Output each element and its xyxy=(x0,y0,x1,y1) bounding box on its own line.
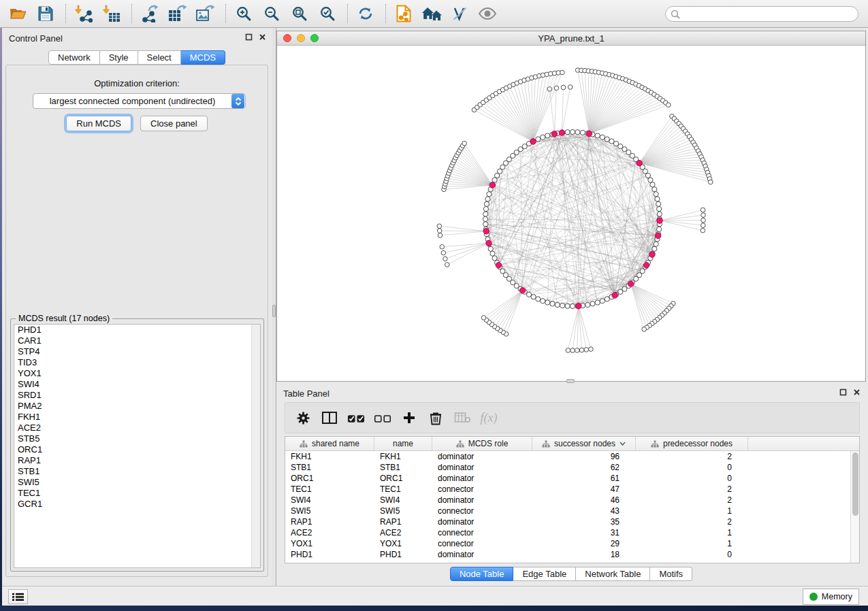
column-header-MCDS-role[interactable]: MCDS role xyxy=(432,437,532,450)
table-row[interactable]: RAP1RAP1dominator352 xyxy=(285,516,850,527)
graph-node[interactable] xyxy=(437,229,442,233)
table-cell[interactable]: PHD1 xyxy=(285,550,374,559)
table-cell[interactable]: dominator xyxy=(432,474,532,483)
graph-node[interactable] xyxy=(637,161,642,166)
zoom-fit-icon[interactable] xyxy=(289,3,310,24)
table-cell[interactable]: 0 xyxy=(636,463,748,472)
graph-node[interactable] xyxy=(484,201,489,206)
table-cell[interactable]: 29 xyxy=(532,539,636,548)
column-header-successor-nodes[interactable]: successor nodes xyxy=(532,437,636,450)
graph-node[interactable] xyxy=(643,263,649,268)
graph-node[interactable] xyxy=(566,348,570,353)
graph-node[interactable] xyxy=(655,233,660,238)
mcds-result-item[interactable]: STP4 xyxy=(14,346,260,357)
table-cell[interactable]: 2 xyxy=(636,452,748,461)
list-button[interactable] xyxy=(8,589,28,604)
graph-node[interactable] xyxy=(486,240,492,246)
run-mcds-button[interactable]: Run MCDS xyxy=(66,116,131,131)
graph-node[interactable] xyxy=(580,130,585,135)
export-table-icon[interactable] xyxy=(167,3,189,24)
graph-node[interactable] xyxy=(559,130,564,135)
table-cell[interactable]: ACE2 xyxy=(285,528,374,538)
graph-node[interactable] xyxy=(483,222,488,227)
graph-node[interactable] xyxy=(481,316,486,320)
table-cell[interactable]: 18 xyxy=(532,550,636,559)
close-window-icon[interactable] xyxy=(283,34,291,42)
table-cell[interactable]: dominator xyxy=(432,517,532,527)
search-field[interactable] xyxy=(665,6,858,22)
table-cell[interactable]: RAP1 xyxy=(374,517,432,527)
table-cell[interactable]: YOX1 xyxy=(374,539,432,548)
graph-node[interactable] xyxy=(438,233,443,238)
graph-node[interactable] xyxy=(657,227,662,231)
graph-node[interactable] xyxy=(489,182,495,188)
maximize-window-icon[interactable] xyxy=(310,34,319,42)
graph-node[interactable] xyxy=(590,301,595,306)
table-cell[interactable]: 47 xyxy=(532,484,636,494)
table-cell[interactable]: 1 xyxy=(636,506,748,516)
import-table-icon[interactable] xyxy=(101,3,123,24)
table-cell[interactable]: SWI5 xyxy=(374,506,432,516)
table-row[interactable]: YOX1YOX1connector291 xyxy=(285,538,850,549)
table-cell[interactable]: PHD1 xyxy=(374,550,432,559)
table-cell[interactable]: 61 xyxy=(532,474,636,483)
table-scrollbar[interactable] xyxy=(850,451,859,563)
table-cell[interactable]: SWI5 xyxy=(285,506,374,516)
close-panel-button[interactable]: Close panel xyxy=(140,116,208,131)
network-canvas[interactable] xyxy=(277,46,865,380)
table-cell[interactable]: TEC1 xyxy=(285,484,374,494)
graph-node[interactable] xyxy=(560,303,565,308)
deselect-all-icon[interactable] xyxy=(374,409,391,427)
table-cell[interactable]: connector xyxy=(432,484,532,494)
tab-select[interactable]: Select xyxy=(138,50,181,65)
table-cell[interactable]: FKH1 xyxy=(374,452,432,461)
close-icon[interactable] xyxy=(259,33,266,41)
graph-node[interactable] xyxy=(650,182,655,187)
mcds-result-item[interactable]: CAR1 xyxy=(14,335,260,346)
table-cell[interactable]: dominator xyxy=(432,463,532,472)
mcds-result-item[interactable]: TEC1 xyxy=(14,488,260,499)
houses-icon[interactable] xyxy=(421,3,443,24)
graph-node[interactable] xyxy=(547,87,552,92)
tab-motifs[interactable]: Motifs xyxy=(650,567,692,581)
graph-node[interactable] xyxy=(487,192,492,197)
graph-node[interactable] xyxy=(568,85,573,90)
zoom-selected-icon[interactable] xyxy=(317,3,338,24)
vertical-splitter-handle[interactable] xyxy=(272,305,276,317)
table-cell[interactable]: STB1 xyxy=(374,463,432,472)
tab-network-table[interactable]: Network Table xyxy=(576,567,650,581)
graph-node[interactable] xyxy=(440,245,445,250)
mcds-result-item[interactable]: SWI4 xyxy=(14,379,260,390)
network-graph[interactable] xyxy=(277,46,865,380)
save-icon[interactable] xyxy=(35,3,57,24)
gear-icon[interactable] xyxy=(294,409,312,427)
export-network-icon[interactable] xyxy=(139,3,161,24)
graph-node[interactable] xyxy=(657,212,662,216)
table-cell[interactable]: STB1 xyxy=(285,463,374,472)
graph-node[interactable] xyxy=(642,327,647,332)
import-network-icon[interactable] xyxy=(73,3,95,24)
graph-node[interactable] xyxy=(657,218,662,223)
graph-node[interactable] xyxy=(600,299,605,303)
graph-node[interactable] xyxy=(483,216,487,221)
graph-node[interactable] xyxy=(589,347,594,352)
select-all-icon[interactable] xyxy=(347,409,365,427)
graph-node[interactable] xyxy=(595,300,600,305)
graph-node[interactable] xyxy=(655,197,660,201)
graph-node[interactable] xyxy=(579,348,584,352)
graph-node[interactable] xyxy=(585,303,590,308)
mcds-result-item[interactable]: YOX1 xyxy=(14,368,260,379)
table-cell[interactable]: ORC1 xyxy=(374,474,432,483)
optimization-criterion-dropdown[interactable]: largest connected component (undirected) xyxy=(33,93,246,109)
graph-node[interactable] xyxy=(462,141,467,146)
graph-node[interactable] xyxy=(560,70,565,75)
graph-node[interactable] xyxy=(652,246,657,251)
table-cell[interactable]: ORC1 xyxy=(285,474,374,483)
mcds-result-item[interactable]: TID3 xyxy=(14,357,260,368)
graph-node[interactable] xyxy=(605,297,609,301)
table-cell[interactable]: connector xyxy=(432,506,532,516)
graph-node[interactable] xyxy=(490,251,495,256)
table-cell[interactable]: FKH1 xyxy=(285,452,374,461)
graph-node[interactable] xyxy=(496,263,501,268)
table-cell[interactable]: 43 xyxy=(532,506,636,516)
